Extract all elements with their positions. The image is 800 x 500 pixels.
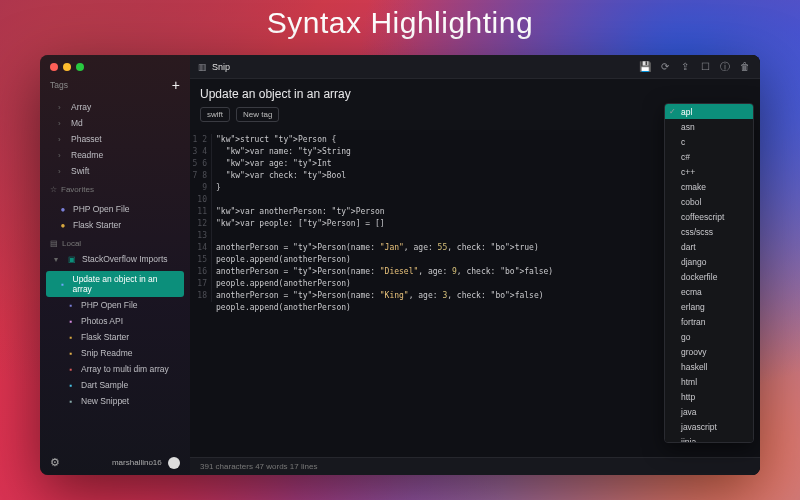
language-option[interactable]: c++ [665, 164, 753, 179]
save-icon[interactable]: 💾 [638, 60, 652, 74]
minimize-icon[interactable] [63, 63, 71, 71]
language-option[interactable]: html [665, 374, 753, 389]
sidebar-snippet-item[interactable]: ▪Dart Sample [40, 377, 190, 393]
trash-icon[interactable]: 🗑 [738, 60, 752, 74]
info-icon[interactable]: ⓘ [718, 60, 732, 74]
github-avatar-icon[interactable] [168, 457, 180, 469]
main-panel: ▥ Snip 💾 ⟳ ⇪ ☐ ⓘ 🗑 Update an object in a… [190, 55, 760, 475]
sidebar-footer: ⚙ marshallino16 [40, 450, 190, 475]
share-icon[interactable]: ⇪ [678, 60, 692, 74]
sidebar-toggle-icon[interactable]: ▥ [198, 62, 207, 72]
tag-label: Readme [71, 150, 103, 160]
settings-icon[interactable]: ⚙ [50, 456, 60, 469]
folder-label: StackOverflow Imports [82, 254, 168, 264]
language-option[interactable]: java [665, 404, 753, 419]
sidebar-snippet-item[interactable]: ▪Update an object in an array [46, 271, 184, 297]
username: marshallino16 [112, 458, 162, 467]
file-icon: ▪ [58, 280, 68, 289]
language-option[interactable]: groovy [665, 344, 753, 359]
file-icon: ▪ [66, 365, 76, 374]
window-controls [40, 55, 190, 75]
language-option[interactable]: dart [665, 239, 753, 254]
snippet-label: Photos API [81, 316, 123, 326]
snippet-label: New Snippet [81, 396, 129, 406]
local-folder[interactable]: ▾ ▣ StackOverflow Imports [40, 251, 190, 267]
file-icon: ▪ [66, 397, 76, 406]
favorite-label: Flask Starter [73, 220, 121, 230]
file-icon: ▪ [66, 381, 76, 390]
bookmark-icon[interactable]: ☐ [698, 60, 712, 74]
language-option[interactable]: cobol [665, 194, 753, 209]
sync-icon[interactable]: ⟳ [658, 60, 672, 74]
snippet-label: Array to multi dim array [81, 364, 169, 374]
folder-icon: ▣ [67, 255, 77, 264]
favorites-section-label: ☆Favorites [40, 179, 190, 197]
language-option[interactable]: asn [665, 119, 753, 134]
language-option[interactable]: ecma [665, 284, 753, 299]
status-text: 391 characters 47 words 17 lines [200, 462, 317, 471]
file-icon: ▪ [66, 317, 76, 326]
chevron-right-icon: › [58, 119, 66, 128]
language-option[interactable]: coffeescript [665, 209, 753, 224]
language-option[interactable]: django [665, 254, 753, 269]
tags-section-label: Tags [50, 80, 68, 90]
sidebar-snippet-item[interactable]: ▪Snip Readme [40, 345, 190, 361]
app-title: Snip [212, 62, 230, 72]
sidebar-tag-item[interactable]: ›Swift [40, 163, 190, 179]
snippet-tag[interactable]: New tag [236, 107, 279, 122]
sidebar-snippet-item[interactable]: ▪Photos API [40, 313, 190, 329]
chevron-right-icon: › [58, 167, 66, 176]
language-option[interactable]: apl [665, 104, 753, 119]
language-option[interactable]: jinja [665, 434, 753, 443]
language-option[interactable]: javascript [665, 419, 753, 434]
language-dropdown[interactable]: aplasncc#c++cmakecobolcoffeescriptcss/sc… [664, 103, 754, 443]
sidebar-tag-item[interactable]: ›Readme [40, 147, 190, 163]
favorites-list: ●PHP Open File●Flask Starter [40, 197, 190, 233]
language-option[interactable]: dockerfile [665, 269, 753, 284]
file-icon: ● [58, 221, 68, 230]
sidebar-favorite-item[interactable]: ●PHP Open File [40, 201, 190, 217]
sidebar-tag-item[interactable]: ›Phasset [40, 131, 190, 147]
file-icon: ● [58, 205, 68, 214]
tags-list: ›Array›Md›Phasset›Readme›Swift [40, 95, 190, 179]
chevron-right-icon: › [58, 151, 66, 160]
local-list: ▪Update an object in an array▪PHP Open F… [40, 267, 190, 409]
language-option[interactable]: css/scss [665, 224, 753, 239]
tag-label: Phasset [71, 134, 102, 144]
sidebar-snippet-item[interactable]: ▪PHP Open File [40, 297, 190, 313]
snippet-label: Flask Starter [81, 332, 129, 342]
local-section-label: ▤Local [40, 233, 190, 251]
chevron-right-icon: › [58, 103, 66, 112]
chevron-right-icon: › [58, 135, 66, 144]
tag-label: Md [71, 118, 83, 128]
sidebar: Tags + ›Array›Md›Phasset›Readme›Swift ☆F… [40, 55, 190, 475]
sidebar-tag-item[interactable]: ›Array [40, 99, 190, 115]
language-option[interactable]: fortran [665, 314, 753, 329]
snippet-tag[interactable]: swift [200, 107, 230, 122]
snippet-title[interactable]: Update an object in an array [200, 87, 750, 101]
add-button[interactable]: + [172, 77, 180, 93]
language-option[interactable]: haskell [665, 359, 753, 374]
language-option[interactable]: c [665, 134, 753, 149]
sidebar-tag-item[interactable]: ›Md [40, 115, 190, 131]
sidebar-snippet-item[interactable]: ▪Flask Starter [40, 329, 190, 345]
close-icon[interactable] [50, 63, 58, 71]
language-option[interactable]: c# [665, 149, 753, 164]
snippet-label: Dart Sample [81, 380, 128, 390]
line-gutter: 1 2 3 4 5 6 7 8 9 10 11 12 13 14 15 16 1… [190, 134, 212, 302]
sidebar-snippet-item[interactable]: ▪New Snippet [40, 393, 190, 409]
snippet-label: Snip Readme [81, 348, 133, 358]
sidebar-favorite-item[interactable]: ●Flask Starter [40, 217, 190, 233]
file-icon: ▪ [66, 333, 76, 342]
sidebar-header: Tags + [40, 75, 190, 95]
file-icon: ▪ [66, 349, 76, 358]
language-option[interactable]: http [665, 389, 753, 404]
status-bar: 391 characters 47 words 17 lines [190, 457, 760, 475]
language-option[interactable]: cmake [665, 179, 753, 194]
language-option[interactable]: go [665, 329, 753, 344]
zoom-icon[interactable] [76, 63, 84, 71]
sidebar-snippet-item[interactable]: ▪Array to multi dim array [40, 361, 190, 377]
language-option[interactable]: erlang [665, 299, 753, 314]
tag-label: Array [71, 102, 91, 112]
tag-label: Swift [71, 166, 89, 176]
